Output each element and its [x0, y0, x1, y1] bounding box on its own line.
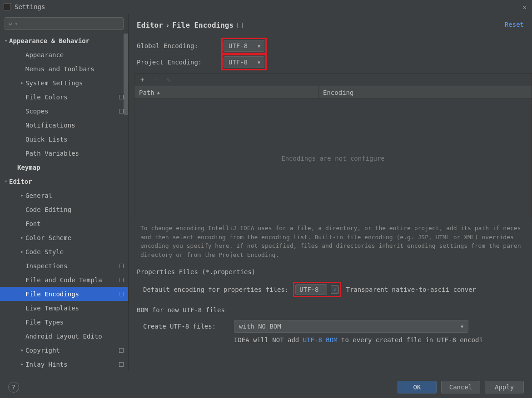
sort-asc-icon: ▲: [157, 90, 160, 95]
sidebar-item-font[interactable]: Font: [0, 216, 128, 231]
breadcrumb: Editor › File Encodings: [129, 18, 532, 38]
sidebar-item-keymap[interactable]: Keymap: [0, 160, 128, 174]
utf8-bom-link[interactable]: UTF-8 BOM: [303, 336, 338, 344]
transparent-ascii-label: Transparent native-to-ascii conver: [346, 286, 476, 293]
highlight-properties-encoding: UTF-8 ✓: [293, 282, 341, 297]
sidebar-item-label: Editor: [9, 178, 32, 185]
project-encoding-label: Project Encoding:: [137, 59, 221, 66]
sidebar-item-label: Color Scheme: [25, 234, 71, 241]
sidebar-item-file-encodings[interactable]: File Encodings: [0, 287, 128, 301]
settings-sidebar: ⌕ ▾ ▾Appearance & BehaviorAppearanceMenu…: [0, 14, 129, 371]
sidebar-item-label: Keymap: [17, 164, 40, 171]
sidebar-item-label: Scopes: [25, 108, 49, 115]
bom-hint: IDEA will NOT add UTF-8 BOM to every cre…: [129, 334, 532, 344]
sidebar-item-label: Notifications: [25, 122, 75, 129]
sidebar-item-label: Path Variables: [25, 150, 79, 157]
chevron-down-icon: ▾: [3, 38, 9, 44]
add-button[interactable]: ＋: [139, 75, 146, 84]
create-utf8-combo[interactable]: with NO BOM ▼: [234, 320, 468, 333]
chevron-right-icon: ▸: [19, 235, 25, 241]
check-icon: ✓: [333, 286, 337, 293]
sidebar-item-label: File Encodings: [25, 290, 79, 298]
chevron-right-icon: ▸: [19, 80, 25, 86]
sidebar-item-code-editing[interactable]: Code Editing: [0, 202, 128, 216]
sidebar-item-label: Quick Lists: [25, 136, 68, 143]
column-encoding[interactable]: Encoding: [318, 86, 358, 98]
highlight-project-encoding: UTF-8 ▼: [221, 54, 267, 70]
sidebar-item-inspections[interactable]: Inspections: [0, 259, 128, 273]
search-icon: ⌕: [9, 20, 12, 27]
sidebar-item-editor[interactable]: ▾Editor: [0, 174, 128, 188]
transparent-ascii-checkbox[interactable]: ✓: [331, 285, 339, 294]
sidebar-item-notifications[interactable]: Notifications: [0, 118, 128, 132]
sidebar-item-color-scheme[interactable]: ▸Color Scheme: [0, 231, 128, 245]
sidebar-item-path-variables[interactable]: Path Variables: [0, 146, 128, 160]
sidebar-item-label: Appearance: [25, 51, 64, 59]
properties-encoding-combo[interactable]: UTF-8: [295, 284, 327, 295]
bom-section-label: BOM for new UTF-8 files: [129, 299, 532, 317]
scope-icon: [119, 292, 124, 296]
sidebar-item-label: File Colors: [25, 93, 68, 101]
dialog-button-bar: ? OK Cancel Apply: [0, 376, 532, 398]
global-encoding-combo[interactable]: UTF-8 ▼: [224, 40, 264, 52]
sidebar-item-label: Live Templates: [25, 305, 79, 312]
chevron-down-icon: ▾: [15, 21, 18, 26]
highlight-global-encoding: UTF-8 ▼: [221, 38, 267, 54]
sidebar-item-quick-lists[interactable]: Quick Lists: [0, 132, 128, 146]
sidebar-item-label: Menus and Toolbars: [25, 65, 94, 73]
sidebar-item-code-style[interactable]: ▸Code Style: [0, 245, 128, 259]
sidebar-item-label: System Settings: [25, 79, 83, 87]
path-encoding-table: ＋ − ✎ Path ▲ Encoding Encodings are not …: [134, 73, 532, 218]
sidebar-item-label: File and Code Templa: [25, 276, 102, 284]
chevron-right-icon: ▸: [19, 347, 25, 353]
breadcrumb-parent[interactable]: Editor: [137, 21, 163, 29]
chevron-right-icon: ▸: [19, 192, 25, 198]
close-icon[interactable]: ✕: [523, 4, 527, 11]
remove-button: −: [154, 76, 158, 84]
create-utf8-label: Create UTF-8 files:: [143, 323, 234, 330]
sidebar-item-file-and-code-templa[interactable]: File and Code Templa: [0, 273, 128, 287]
sidebar-item-android-layout-edito[interactable]: Android Layout Edito: [0, 329, 128, 343]
apply-button[interactable]: Apply: [485, 381, 524, 393]
chevron-down-icon: ▼: [258, 44, 260, 49]
scope-icon: [119, 109, 124, 113]
sidebar-item-label: Copyright: [25, 347, 60, 354]
table-empty-text: Encodings are not configure: [134, 99, 532, 218]
sidebar-item-file-types[interactable]: File Types: [0, 315, 128, 329]
window-title: Settings: [15, 3, 45, 10]
sidebar-item-menus-and-toolbars[interactable]: Menus and Toolbars: [0, 62, 128, 76]
project-encoding-combo[interactable]: UTF-8 ▼: [224, 56, 264, 68]
sidebar-item-appearance-behavior[interactable]: ▾Appearance & Behavior: [0, 34, 128, 48]
search-input[interactable]: ⌕ ▾: [5, 17, 124, 30]
chevron-down-icon: ▾: [3, 178, 9, 184]
sidebar-item-copyright[interactable]: ▸Copyright: [0, 343, 128, 357]
scope-icon: [119, 264, 124, 268]
sidebar-item-appearance[interactable]: Appearance: [0, 48, 128, 62]
scope-icon: [119, 95, 124, 99]
chevron-right-icon: ▸: [19, 361, 25, 367]
titlebar: Settings ✕: [0, 0, 532, 14]
breadcrumb-current: File Encodings: [172, 21, 234, 29]
reset-link[interactable]: Reset: [505, 21, 524, 28]
sidebar-item-label: Inspections: [25, 262, 68, 270]
help-button[interactable]: ?: [8, 382, 19, 393]
cancel-button[interactable]: Cancel: [441, 381, 480, 393]
chevron-right-icon: ▸: [19, 249, 25, 255]
sidebar-item-label: Font: [25, 220, 41, 227]
sidebar-item-scopes[interactable]: Scopes: [0, 104, 128, 118]
settings-content: Editor › File Encodings Reset Global Enc…: [129, 14, 532, 371]
sidebar-item-system-settings[interactable]: ▸System Settings: [0, 76, 128, 90]
sidebar-item-label: Code Style: [25, 248, 64, 256]
sidebar-item-inlay-hints[interactable]: ▸Inlay Hints: [0, 357, 128, 371]
scope-icon: [119, 362, 124, 367]
sidebar-item-label: Inlay Hints: [25, 361, 68, 368]
app-icon: [4, 3, 11, 10]
sidebar-item-file-colors[interactable]: File Colors: [0, 90, 128, 104]
sidebar-item-live-templates[interactable]: Live Templates: [0, 301, 128, 315]
ok-button[interactable]: OK: [398, 381, 437, 393]
settings-tree[interactable]: ▾Appearance & BehaviorAppearanceMenus an…: [0, 34, 128, 371]
sidebar-item-general[interactable]: ▸General: [0, 188, 128, 202]
edit-button: ✎: [166, 76, 170, 84]
column-path[interactable]: Path ▲: [134, 86, 318, 98]
scrollbar-thumb[interactable]: [124, 34, 128, 115]
